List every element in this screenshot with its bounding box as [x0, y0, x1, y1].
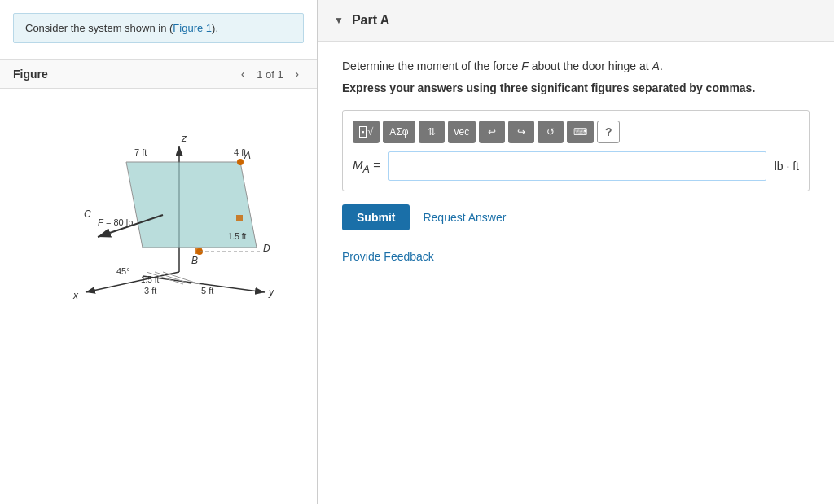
help-icon: ?: [605, 125, 612, 138]
problem-description-1: Determine the moment of the force F abou…: [342, 58, 810, 75]
svg-text:y: y: [268, 287, 274, 298]
right-panel: ▼ Part A Determine the moment of the for…: [318, 0, 834, 504]
part-header: ▼ Part A: [318, 0, 834, 42]
math-answer-input[interactable]: [388, 151, 766, 181]
svg-text:B: B: [191, 255, 198, 266]
keyboard-icon: ⌨: [573, 126, 587, 138]
matrix-icon: ▪ √: [359, 125, 373, 138]
svg-text:5 ft: 5 ft: [201, 286, 213, 296]
problem-statement: Consider the system shown in (Figure 1).: [13, 13, 304, 43]
problem-description-2: Express your answers using three signifi…: [342, 80, 810, 97]
part-content: Determine the moment of the force F abou…: [318, 42, 834, 279]
provide-feedback-link[interactable]: Provide Feedback: [342, 250, 810, 263]
vec-icon: vec: [454, 126, 470, 138]
figure-image-area: y z x A: [0, 89, 317, 317]
svg-text:F: F: [98, 217, 104, 227]
input-row: MA = lb · ft: [353, 151, 799, 181]
redo-icon: ↪: [517, 126, 525, 138]
vec-button[interactable]: vec: [448, 121, 476, 143]
problem-text: Consider the system shown in (Figure 1).: [25, 22, 218, 34]
input-label: MA =: [353, 158, 380, 175]
svg-text:C: C: [84, 208, 91, 220]
figure-diagram: y z x A: [20, 97, 297, 309]
svg-text:45°: 45°: [116, 266, 130, 276]
greek-icon: ΑΣφ: [389, 126, 408, 138]
svg-line-27: [163, 272, 200, 284]
page-indicator: 1 of 1: [257, 68, 283, 81]
svg-text:z: z: [181, 133, 187, 144]
svg-point-7: [237, 159, 244, 165]
svg-text:D: D: [263, 243, 270, 254]
collapse-arrow-icon[interactable]: ▼: [334, 15, 344, 26]
svg-text:1.5 ft: 1.5 ft: [228, 232, 246, 241]
svg-text:4 ft: 4 ft: [234, 147, 246, 157]
figure-title: Figure: [13, 68, 48, 81]
left-panel: Consider the system shown in (Figure 1).…: [0, 0, 318, 504]
svg-text:1.5 ft: 1.5 ft: [141, 275, 159, 284]
greek-button[interactable]: ΑΣφ: [383, 121, 415, 143]
answer-box: ▪ √ ΑΣφ ⇅: [342, 110, 810, 191]
refresh-icon: ↺: [546, 126, 555, 138]
undo-icon: ↩: [488, 126, 496, 138]
math-toolbar: ▪ √ ΑΣφ ⇅: [353, 121, 799, 143]
prev-figure-button[interactable]: ‹: [236, 65, 250, 83]
svg-rect-29: [236, 215, 243, 221]
matrix-button[interactable]: ▪ √: [353, 121, 380, 143]
figure-link[interactable]: Figure 1: [173, 22, 212, 34]
keyboard-button[interactable]: ⌨: [567, 121, 594, 143]
svg-text:7 ft: 7 ft: [134, 147, 147, 157]
undo-button[interactable]: ↩: [479, 121, 505, 143]
unit-label: lb · ft: [775, 160, 799, 173]
svg-text:= 80 lb: = 80 lb: [106, 217, 133, 227]
redo-button[interactable]: ↪: [508, 121, 534, 143]
arrows-button[interactable]: ⇅: [419, 121, 445, 143]
help-button[interactable]: ?: [597, 121, 620, 143]
svg-rect-28: [195, 248, 202, 254]
part-title: Part A: [352, 13, 390, 28]
next-figure-button[interactable]: ›: [290, 65, 304, 83]
arrows-icon: ⇅: [428, 126, 436, 138]
svg-text:x: x: [72, 290, 79, 301]
request-answer-link[interactable]: Request Answer: [423, 211, 506, 224]
figure-section: Figure ‹ 1 of 1 › y z: [0, 59, 317, 317]
figure-nav: ‹ 1 of 1 ›: [236, 65, 304, 83]
submit-button[interactable]: Submit: [342, 204, 410, 230]
action-row: Submit Request Answer: [342, 204, 810, 230]
figure-header: Figure ‹ 1 of 1 ›: [0, 59, 317, 89]
svg-text:3 ft: 3 ft: [144, 286, 156, 296]
refresh-button[interactable]: ↺: [538, 121, 564, 143]
